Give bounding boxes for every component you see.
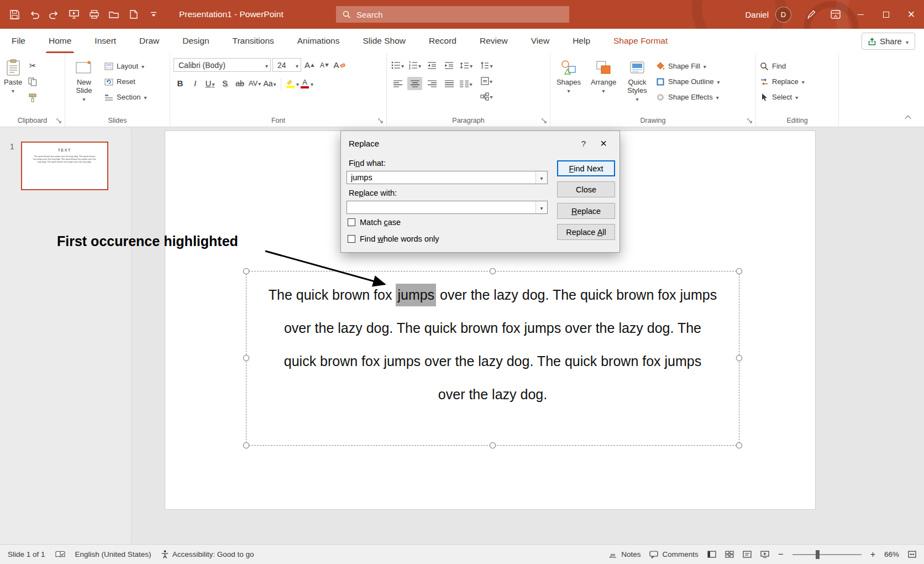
text-box[interactable]: The quick brown fox jumps over the lazy …: [246, 271, 739, 446]
start-slideshow-button[interactable]: [64, 0, 84, 29]
replace-button[interactable]: Replace: [757, 75, 807, 88]
dialog-help-button[interactable]: ?: [575, 135, 592, 152]
tab-view[interactable]: View: [519, 29, 561, 53]
new-document-button[interactable]: [124, 0, 144, 29]
shape-effects-button[interactable]: Shape Effects: [653, 90, 722, 104]
character-spacing-button[interactable]: AV: [248, 76, 261, 90]
shape-outline-button[interactable]: Shape Outline: [653, 75, 722, 88]
open-folder-button[interactable]: [104, 0, 124, 29]
find-next-button[interactable]: Find Next: [557, 160, 615, 176]
line-spacing-button[interactable]: [459, 59, 474, 72]
tab-design[interactable]: Design: [171, 29, 221, 53]
ribbon-display-options-button[interactable]: [823, 0, 848, 29]
tab-insert[interactable]: Insert: [83, 29, 128, 53]
columns-button[interactable]: [459, 77, 474, 90]
text-shadow-button[interactable]: S: [218, 76, 232, 90]
layout-button[interactable]: Layout: [102, 59, 149, 73]
new-slide-button[interactable]: New Slide: [66, 55, 102, 103]
bullets-button[interactable]: [390, 59, 405, 72]
text-highlight-color-button[interactable]: [286, 76, 295, 90]
print-preview-button[interactable]: [84, 0, 104, 29]
increase-indent-button[interactable]: [442, 59, 456, 72]
change-case-button[interactable]: Aa: [263, 76, 276, 90]
replace-action-button[interactable]: Replace: [557, 203, 615, 219]
search-bar[interactable]: [336, 6, 569, 23]
tab-draw[interactable]: Draw: [128, 29, 171, 53]
copy-button[interactable]: [25, 75, 40, 88]
zoom-slider-thumb[interactable]: [816, 550, 820, 559]
clipboard-dialog-launcher[interactable]: [56, 118, 62, 124]
cut-button[interactable]: ✂: [25, 59, 40, 72]
find-button[interactable]: Find: [757, 59, 807, 73]
dialog-close-icon[interactable]: [592, 135, 615, 152]
shrink-font-button[interactable]: A: [318, 58, 331, 72]
find-what-dropdown-button[interactable]: [536, 171, 547, 184]
replace-all-button[interactable]: Replace All: [557, 224, 615, 240]
strikethrough-button[interactable]: ab: [233, 76, 246, 90]
reset-button[interactable]: Reset: [102, 75, 149, 88]
comments-button[interactable]: Comments: [649, 550, 698, 558]
find-what-input[interactable]: [347, 171, 536, 184]
redo-button[interactable]: [44, 0, 64, 29]
reading-view-button[interactable]: [743, 551, 752, 558]
slide-thumbnail[interactable]: TEXT The quick brown fox jumps over the …: [21, 142, 108, 190]
tab-help[interactable]: Help: [561, 29, 602, 53]
accessibility-status[interactable]: Accessibility: Good to go: [161, 550, 254, 558]
convert-to-smartart-button[interactable]: [479, 90, 494, 103]
zoom-in-button[interactable]: [870, 550, 875, 560]
justify-button[interactable]: [442, 77, 456, 90]
slideshow-view-button[interactable]: [760, 551, 769, 558]
customize-toolbar-button[interactable]: [144, 0, 164, 29]
notes-button[interactable]: Notes: [608, 550, 641, 558]
shapes-button[interactable]: Shapes: [552, 55, 586, 95]
zoom-out-button[interactable]: [778, 549, 784, 560]
tab-slide-show[interactable]: Slide Show: [351, 29, 417, 53]
select-button[interactable]: Select: [757, 90, 807, 104]
normal-view-button[interactable]: [707, 551, 716, 558]
replace-with-input[interactable]: [347, 201, 536, 213]
zoom-slider[interactable]: [792, 554, 862, 555]
tab-review[interactable]: Review: [468, 29, 519, 53]
bold-button[interactable]: B: [174, 76, 187, 90]
numbering-button[interactable]: [407, 59, 422, 72]
italic-button[interactable]: I: [188, 76, 202, 90]
save-button[interactable]: [4, 0, 24, 29]
tab-file[interactable]: File: [0, 29, 37, 53]
align-center-button[interactable]: [407, 77, 422, 90]
spell-check-button[interactable]: [55, 551, 65, 558]
user-avatar[interactable]: D: [775, 7, 791, 23]
format-painter-button[interactable]: [25, 91, 40, 105]
arrange-button[interactable]: Arrange: [586, 55, 621, 95]
tab-transitions[interactable]: Transitions: [221, 29, 286, 53]
clear-formatting-button[interactable]: A: [333, 58, 346, 72]
tab-shape-format[interactable]: Shape Format: [602, 29, 679, 53]
replace-dialog-titlebar[interactable]: Replace ?: [341, 131, 620, 155]
slide-sorter-view-button[interactable]: [725, 551, 734, 558]
section-button[interactable]: Section: [102, 90, 149, 104]
replace-with-dropdown-button[interactable]: [536, 201, 547, 213]
align-left-button[interactable]: [390, 77, 405, 90]
undo-button[interactable]: [24, 0, 44, 29]
maximize-button[interactable]: [873, 0, 899, 29]
quick-styles-button[interactable]: Quick Styles: [621, 55, 653, 103]
shape-fill-button[interactable]: Shape Fill: [653, 59, 722, 73]
inking-button[interactable]: [799, 0, 823, 29]
paragraph-dialog-launcher[interactable]: [542, 118, 547, 124]
font-dialog-launcher[interactable]: [378, 118, 384, 124]
tab-home[interactable]: Home: [37, 29, 83, 53]
fit-slide-button[interactable]: [908, 551, 916, 558]
collapse-ribbon-button[interactable]: [902, 112, 914, 123]
tab-animations[interactable]: Animations: [286, 29, 351, 53]
font-color-button[interactable]: A: [301, 76, 309, 90]
zoom-level[interactable]: 66%: [884, 550, 899, 558]
underline-button[interactable]: U: [203, 76, 217, 90]
whole-words-checkbox[interactable]: [348, 235, 355, 243]
match-case-checkbox[interactable]: [348, 218, 355, 226]
drawing-dialog-launcher[interactable]: [747, 118, 753, 124]
minimize-button[interactable]: [848, 0, 873, 29]
tab-record[interactable]: Record: [417, 29, 468, 53]
grow-font-button[interactable]: A: [303, 58, 316, 72]
language-indicator[interactable]: English (United States): [75, 550, 151, 558]
close-button[interactable]: [899, 0, 924, 29]
font-name-combo[interactable]: Calibri (Body): [174, 58, 271, 72]
